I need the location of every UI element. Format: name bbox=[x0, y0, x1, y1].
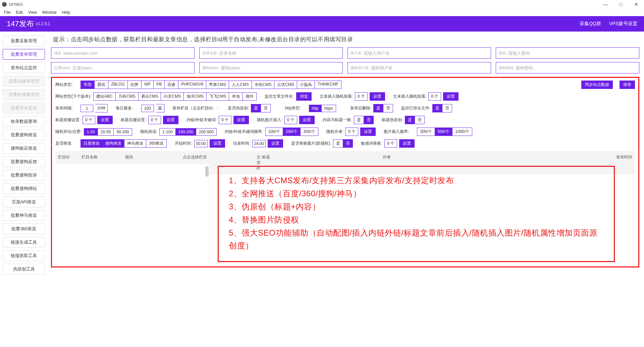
site-types-next-opt-2[interactable]: 易企CMS bbox=[138, 92, 161, 101]
inputs-row2-input-0[interactable] bbox=[72, 65, 192, 70]
site-types-opt-2[interactable]: ZBLOG bbox=[108, 81, 128, 89]
sidebar-item-1[interactable]: 批量发布管理 bbox=[3, 49, 45, 60]
end-time-input[interactable]: 24:00 bbox=[252, 140, 266, 147]
menu-window[interactable]: Window bbox=[40, 9, 59, 15]
inputs-row1-input-1[interactable] bbox=[219, 51, 340, 56]
push-opts-opt-3[interactable]: 360推送 bbox=[146, 139, 167, 148]
content-title-no[interactable]: 否 bbox=[364, 116, 374, 124]
site-types-opt-4[interactable]: WP bbox=[141, 81, 154, 89]
daily-max-input[interactable]: 100 bbox=[141, 105, 154, 112]
sidebar-item-10[interactable]: 批量搜狗投诉 bbox=[3, 170, 45, 181]
start-time-setting[interactable]: 设置 bbox=[210, 139, 225, 148]
sidebar-item-7[interactable]: 批量搜狗推送 bbox=[3, 130, 45, 140]
sidebar-item-12[interactable]: 百度API推送 bbox=[3, 197, 45, 207]
start-time-input[interactable]: 00:00 bbox=[194, 140, 208, 147]
browse-button[interactable]: 浏览 bbox=[296, 92, 312, 101]
replace-img-no[interactable]: 否 bbox=[343, 139, 353, 148]
para-before-input[interactable]: 0 个 bbox=[355, 92, 368, 101]
sidebar-item-14[interactable]: 批量360推送 bbox=[3, 224, 45, 234]
rand-author-setting[interactable]: 设置 bbox=[360, 128, 376, 136]
title-suffix-input[interactable]: 0 个 bbox=[148, 116, 161, 124]
site-types-opt-9[interactable]: 人人CMS bbox=[229, 81, 252, 89]
pseudo-yes[interactable]: 是 bbox=[251, 104, 261, 112]
site-types-next-opt-3[interactable]: 闪灵CMS bbox=[161, 92, 184, 101]
link-kw-setting[interactable]: 设置 bbox=[233, 116, 249, 124]
link-kw-input[interactable]: 0 个 bbox=[219, 116, 231, 124]
img-freq-opts-opt-1[interactable]: 500/个 bbox=[435, 128, 452, 136]
after-delete-no[interactable]: 否 bbox=[383, 104, 393, 112]
sidebar-item-13[interactable]: 批量神马推送 bbox=[3, 210, 45, 221]
sync-button[interactable]: 同步站点数据 bbox=[581, 81, 613, 89]
site-types-opt-7[interactable]: PHPCMSV9 bbox=[178, 81, 206, 89]
menu-view[interactable]: View bbox=[26, 9, 39, 15]
site-types-next-opt-7[interactable]: 搜外 bbox=[243, 92, 257, 101]
rand-img-setting[interactable]: 设置 bbox=[299, 116, 315, 124]
menu-file[interactable]: File bbox=[2, 9, 12, 15]
close-button[interactable]: ✕ bbox=[629, 0, 644, 9]
site-types-opt-12[interactable]: 小旋风 bbox=[297, 81, 315, 89]
content-title-yes[interactable]: 是 bbox=[354, 116, 364, 124]
sidebar-item-0[interactable]: 批量采集管理 bbox=[3, 36, 45, 46]
site-types-next-opt-6[interactable]: 本地 bbox=[229, 92, 243, 101]
inputs-row2-input-2[interactable] bbox=[371, 65, 488, 70]
inputs-row1-input-0[interactable] bbox=[63, 51, 192, 56]
inputs-row2-input-3[interactable] bbox=[516, 65, 636, 70]
site-types-opt-8[interactable]: 苹果CMS bbox=[206, 81, 229, 89]
freq-opts-opt-1[interactable]: 200/个 bbox=[283, 128, 301, 136]
inputs-row1-input-3[interactable] bbox=[508, 51, 636, 56]
img-freq-opts-opt-2[interactable]: 1000/个 bbox=[452, 128, 472, 136]
site-types-next-opt-5[interactable]: 飞飞CMS bbox=[206, 92, 229, 101]
inputs-row1-input-2[interactable] bbox=[364, 51, 488, 56]
https-option[interactable]: https bbox=[321, 105, 336, 112]
para-before-setting[interactable]: 设置 bbox=[370, 92, 385, 101]
site-types-next-opt-4[interactable]: 海洋CMS bbox=[183, 92, 207, 101]
sidebar-item-16[interactable]: 链接抓取工具 bbox=[3, 250, 45, 261]
sidebar-item-8[interactable]: 搜狗验证推送 bbox=[3, 143, 45, 154]
header-link-qq[interactable]: 采集QQ群 bbox=[580, 21, 601, 27]
site-types-opt-0[interactable]: 帝国 bbox=[80, 81, 95, 89]
menu-edit[interactable]: Edit bbox=[14, 9, 25, 15]
read-opts-opt-0[interactable]: 1-100 bbox=[159, 128, 176, 136]
read-opts-opt-2[interactable]: 200-500 bbox=[196, 128, 217, 136]
push-opts-opt-0[interactable]: 百度推送 bbox=[80, 139, 103, 148]
rand-img-input[interactable]: 0 个 bbox=[284, 116, 297, 124]
after-delete-yes[interactable]: 是 bbox=[373, 104, 383, 112]
site-types-opt-11[interactable]: 云优CMS bbox=[274, 81, 297, 89]
title-suffix-setting[interactable]: 设置 bbox=[163, 116, 178, 124]
sidebar-item-2[interactable]: 发布站点监控 bbox=[3, 62, 45, 73]
comment-opts-opt-1[interactable]: 20-50 bbox=[98, 128, 114, 136]
monitor-exist-yes[interactable]: 是 bbox=[432, 104, 442, 112]
sidebar-item-9[interactable]: 批量搜狗反馈 bbox=[3, 156, 45, 167]
site-types-opt-6[interactable]: 迅睿 bbox=[164, 81, 178, 89]
rand-author-input[interactable]: 0 个 bbox=[345, 128, 358, 136]
title-pseudo-yes[interactable]: 是 bbox=[405, 116, 415, 124]
title-prefix-input[interactable]: 0 个 bbox=[83, 116, 95, 124]
interval-input[interactable]: 1 bbox=[80, 105, 93, 112]
menu-help[interactable]: Help bbox=[60, 9, 72, 15]
sidebar-item-15[interactable]: 链接生成工具 bbox=[3, 237, 45, 248]
site-types-opt-3[interactable]: 织梦 bbox=[127, 81, 142, 89]
comment-opts-opt-0[interactable]: 1-20 bbox=[84, 128, 98, 136]
site-types-next-opt-1[interactable]: 凡科CMS bbox=[115, 92, 139, 101]
site-types-opt-5[interactable]: PB bbox=[153, 81, 165, 89]
sidebar-item-6[interactable]: 收录数据查询 bbox=[3, 116, 45, 127]
push-opts-opt-1[interactable]: 搜狗推送 bbox=[102, 139, 124, 148]
maximize-button[interactable]: □ bbox=[613, 0, 629, 9]
scrollbar-thumb[interactable] bbox=[205, 166, 209, 177]
site-types-opt-1[interactable]: 易优 bbox=[94, 81, 108, 89]
sensitive-input[interactable]: 0 个 bbox=[384, 139, 397, 148]
minimize-button[interactable]: — bbox=[598, 0, 613, 9]
sensitive-setting[interactable]: 设置 bbox=[399, 139, 415, 148]
push-opts-opt-2[interactable]: 神马推送 bbox=[124, 139, 146, 148]
save-button[interactable]: 保存 bbox=[620, 81, 635, 89]
site-types-opt-13[interactable]: THINKCMF bbox=[315, 81, 341, 89]
site-types-opt-10[interactable]: 米拓CMS bbox=[252, 81, 275, 89]
read-opts-opt-1[interactable]: 100-200 bbox=[175, 128, 196, 136]
img-freq-opts-opt-0[interactable]: 300/个 bbox=[417, 128, 435, 136]
http-option[interactable]: http bbox=[309, 105, 322, 112]
header-link-vps[interactable]: VPS拨号设置 bbox=[609, 21, 637, 27]
end-time-setting[interactable]: 设置 bbox=[268, 139, 283, 148]
sidebar-item-11[interactable]: 批量搜狗绑站 bbox=[3, 183, 45, 194]
para-after-setting[interactable]: 设置 bbox=[443, 92, 459, 101]
comment-opts-opt-2[interactable]: 50-200 bbox=[113, 128, 132, 136]
